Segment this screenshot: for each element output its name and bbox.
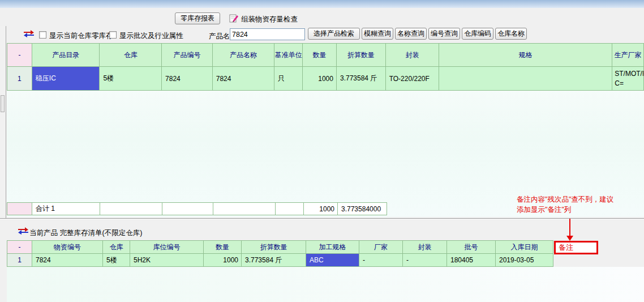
totals-converted-qty-cell: 3.773584000 — [338, 202, 387, 215]
row-number-cell[interactable]: 1 — [7, 254, 32, 267]
bottom-grid-row-1: 1 7824 5楼 5H2K 1000 3.773584 斤 ABC - - 1… — [7, 254, 553, 267]
swap-arrows-icon[interactable] — [23, 30, 35, 38]
name-query-button[interactable]: 名称查询 — [395, 28, 427, 40]
col-header-inbound-date: 入库日期 — [496, 240, 553, 254]
bin-code-cell[interactable]: 5H2K — [130, 254, 204, 267]
inbound-date-cell[interactable]: 2019-03-05 — [496, 254, 553, 267]
col-header-spec: 规格 — [439, 43, 612, 67]
totals-label-cell: 合计 1 — [32, 202, 100, 215]
spec-cell[interactable] — [439, 67, 612, 91]
bottom-panel-title: 当前产品 完整库存清单(不限定仓库) — [29, 228, 142, 238]
show-batch-label: 显示批次及行业属性 — [119, 31, 183, 41]
fuzzy-query-button[interactable]: 模糊查询 — [362, 28, 393, 40]
code-query-button[interactable]: 编号查询 — [428, 28, 460, 40]
show-zero-stock-checkbox[interactable] — [39, 31, 46, 39]
process-spec-cell-selected[interactable]: ABC — [306, 254, 359, 267]
annotation-arrow — [569, 219, 570, 236]
package-cell[interactable]: - — [403, 254, 447, 267]
main-grid-totals-row: 合计 1 1000 3.773584000 — [7, 202, 387, 215]
remark-column-annotation-box: 备注 — [554, 241, 598, 254]
bottom-grid-empty-area — [7, 267, 644, 302]
col-header-warehouse: 仓库 — [103, 240, 130, 254]
col-header-converted-qty: 折算数量 — [337, 43, 386, 67]
zero-stock-report-button[interactable]: 零库存报表 — [175, 12, 220, 24]
splitter-grabber[interactable] — [1, 95, 5, 112]
assembly-check-label[interactable]: 组装物资存量检查 — [241, 15, 298, 24]
col-header-material-code: 物资编号 — [32, 240, 103, 254]
material-code-cell[interactable]: 7824 — [32, 254, 103, 267]
product-name-cell[interactable]: 7824 — [213, 67, 275, 91]
window-titlebar-edge — [0, 0, 644, 8]
totals-empty-cell — [276, 202, 304, 215]
main-grid-row-1: 1 稳压IC 5楼 7824 7824 只 1000 3.773584 斤 TO… — [7, 67, 644, 91]
main-grid-header-row: - 产品目录 仓库 产品编号 产品名称 基准单位 数量 折算数量 封装 规格 生… — [7, 43, 644, 67]
col-header-row-selector: - — [7, 43, 32, 67]
product-code-cell[interactable]: 7824 — [162, 67, 213, 91]
product-catalog-cell-selected[interactable]: 稳压IC — [32, 67, 100, 91]
totals-empty-cell — [213, 202, 276, 215]
col-header-warehouse: 仓库 — [100, 43, 162, 67]
col-header-quantity: 数量 — [303, 43, 337, 67]
bottom-grid-header-row: - 物资编号 仓库 库位编号 数量 折算数量 加工规格 厂家 封装 批号 入库日… — [7, 240, 553, 254]
warehouse-code-button[interactable]: 仓库编码 — [462, 28, 493, 40]
totals-empty-cell — [100, 202, 162, 215]
warehouse-name-button[interactable]: 仓库名称 — [495, 28, 527, 40]
manufacturer-cell[interactable]: ST/MOT/F C= — [612, 67, 644, 91]
warehouse-cell[interactable]: 5楼 — [100, 67, 162, 91]
batch-no-cell[interactable]: 180405 — [447, 254, 496, 267]
totals-selector-cell — [7, 202, 32, 215]
col-header-maker: 厂家 — [359, 240, 403, 254]
package-cell[interactable]: TO-220/220F — [386, 67, 440, 91]
show-zero-stock-label: 显示当前仓库零库存 — [49, 31, 113, 41]
annotation-line-2: 添加显示"备注"列 — [517, 205, 571, 215]
maker-cell[interactable]: - — [359, 254, 403, 267]
col-header-manufacturer: 生产厂家 — [612, 43, 644, 67]
inventory-query-window: 零库存报表 组装物资存量检查 显示当前仓库零库存 显示批次及行业属性 产品名 选… — [0, 0, 644, 302]
col-header-quantity: 数量 — [204, 240, 242, 254]
col-header-converted-qty: 折算数量 — [242, 240, 306, 254]
annotation-arrowhead-icon — [566, 236, 573, 241]
col-header-base-unit: 基准单位 — [274, 43, 303, 67]
quantity-cell[interactable]: 1000 — [303, 67, 337, 91]
quantity-cell[interactable]: 1000 — [204, 254, 242, 267]
totals-empty-cell — [162, 202, 213, 215]
product-search-input[interactable] — [230, 28, 305, 40]
main-stock-grid: - 产品目录 仓库 产品编号 产品名称 基准单位 数量 折算数量 封装 规格 生… — [7, 43, 644, 217]
annotation-line-1: 备注内容"残次品"查不到，建议 — [517, 195, 613, 205]
assembly-check-icon[interactable] — [229, 13, 239, 23]
converted-qty-cell[interactable]: 3.773584 斤 — [242, 254, 306, 267]
col-header-process-spec: 加工规格 — [306, 240, 359, 254]
product-name-label: 产品名 — [209, 32, 230, 41]
base-unit-cell[interactable]: 只 — [274, 67, 303, 91]
col-header-product-code: 产品编号 — [162, 43, 213, 67]
converted-qty-cell[interactable]: 3.773584 斤 — [337, 67, 386, 91]
col-header-row-selector: - — [7, 240, 32, 254]
col-header-product-name: 产品名称 — [213, 43, 275, 67]
totals-quantity-cell: 1000 — [304, 202, 338, 215]
show-batch-checkbox[interactable] — [109, 31, 117, 39]
col-header-product-catalog: 产品目录 — [32, 43, 100, 67]
query-button-bar: 选择产品检索 模糊查询 名称查询 编号查询 仓库编码 仓库名称 — [308, 28, 527, 40]
warehouse-cell[interactable]: 5楼 — [103, 254, 130, 267]
swap-arrows-icon[interactable] — [17, 227, 29, 235]
col-header-package: 封装 — [403, 240, 447, 254]
col-header-bin-code: 库位编号 — [130, 240, 204, 254]
col-header-package: 封装 — [386, 43, 440, 67]
col-header-batch-no: 批号 — [447, 240, 496, 254]
select-product-search-button[interactable]: 选择产品检索 — [308, 28, 360, 40]
row-number-cell[interactable]: 1 — [7, 67, 32, 91]
